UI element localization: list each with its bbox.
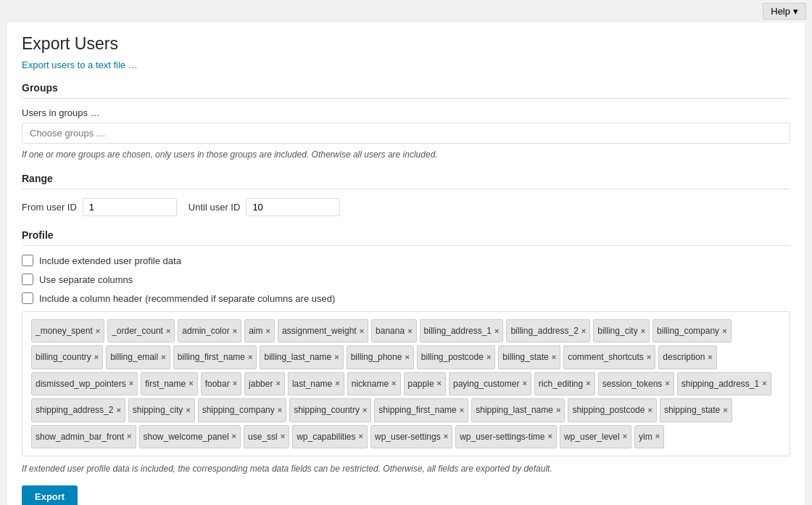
tag-remove-icon[interactable]: × — [581, 327, 586, 335]
bottom-note: If extended user profile data is include… — [22, 464, 790, 474]
tag-remove-icon[interactable]: × — [762, 379, 766, 387]
list-item: _order_count× — [107, 319, 175, 342]
help-button[interactable]: Help ▾ — [763, 3, 806, 20]
tag-label: _money_spent — [36, 321, 93, 340]
export-button[interactable]: Export — [22, 485, 78, 505]
list-item: wp_user-settings× — [370, 425, 452, 448]
tag-remove-icon[interactable]: × — [362, 406, 367, 414]
tag-label: billing_city — [597, 321, 637, 340]
tag-remove-icon[interactable]: × — [647, 353, 651, 361]
tag-remove-icon[interactable]: × — [655, 432, 660, 440]
tag-remove-icon[interactable]: × — [437, 379, 442, 387]
tag-label: billing_address_2 — [510, 321, 578, 340]
tag-remove-icon[interactable]: × — [233, 379, 237, 387]
main-content: Export Users Export users to a text file… — [7, 22, 805, 505]
tag-label: shipping_city — [133, 401, 183, 419]
tag-remove-icon[interactable]: × — [723, 406, 727, 414]
tag-remove-icon[interactable]: × — [116, 406, 120, 414]
tag-remove-icon[interactable]: × — [708, 353, 712, 361]
list-item: billing_postcode× — [417, 345, 496, 369]
checkbox-row-1: Include extended user profile data — [22, 255, 790, 266]
list-item: billing_country× — [31, 345, 103, 369]
tag-label: wp_user-settings — [375, 427, 441, 446]
tag-remove-icon[interactable]: × — [548, 432, 552, 440]
tag-label: shipping_state — [664, 401, 720, 419]
tags-container: _money_spent×_order_count×admin_color×ai… — [22, 311, 790, 456]
tag-label: billing_state — [502, 348, 548, 366]
list-item: show_admin_bar_front× — [31, 425, 136, 448]
tag-remove-icon[interactable]: × — [96, 327, 100, 335]
list-item: billing_company× — [652, 319, 732, 342]
help-arrow: ▾ — [793, 6, 798, 17]
tag-remove-icon[interactable]: × — [127, 432, 131, 440]
tag-label: papple — [408, 374, 434, 393]
tag-label: nickname — [352, 374, 389, 393]
list-item: _money_spent× — [31, 319, 104, 342]
list-item: shipping_first_name× — [374, 398, 468, 422]
until-user-id-input[interactable] — [246, 198, 340, 216]
tag-remove-icon[interactable]: × — [494, 327, 499, 335]
until-user-id-label: Until user ID — [188, 202, 241, 213]
tag-remove-icon[interactable]: × — [359, 432, 363, 440]
list-item: yim× — [634, 425, 664, 448]
tag-remove-icon[interactable]: × — [522, 379, 526, 387]
range-heading: Range — [22, 173, 790, 189]
groups-input[interactable] — [22, 123, 790, 144]
profile-section: Profile Include extended user profile da… — [22, 229, 790, 505]
list-item: use_ssl× — [244, 425, 289, 448]
tag-remove-icon[interactable]: × — [232, 432, 236, 440]
tag-remove-icon[interactable]: × — [233, 327, 237, 335]
checkbox-row-2: Use separate columns — [22, 274, 790, 285]
tag-remove-icon[interactable]: × — [161, 353, 165, 361]
range-section: Range From user ID Until user ID — [22, 173, 790, 216]
list-item: billing_city× — [593, 319, 650, 342]
tag-remove-icon[interactable]: × — [623, 432, 627, 440]
tag-remove-icon[interactable]: × — [722, 327, 726, 335]
extended-profile-label: Include extended user profile data — [39, 255, 181, 266]
list-item: shipping_country× — [289, 398, 371, 422]
tag-remove-icon[interactable]: × — [647, 406, 652, 414]
tag-remove-icon[interactable]: × — [556, 406, 560, 414]
tag-label: paying_customer — [453, 374, 519, 393]
tag-remove-icon[interactable]: × — [334, 353, 339, 361]
extended-profile-checkbox[interactable] — [22, 255, 33, 266]
tag-remove-icon[interactable]: × — [94, 353, 99, 361]
tag-label: wp_capabilities — [297, 427, 355, 446]
list-item: aim× — [244, 319, 275, 342]
tag-remove-icon[interactable]: × — [186, 406, 190, 414]
tag-remove-icon[interactable]: × — [444, 432, 448, 440]
tag-remove-icon[interactable]: × — [248, 353, 252, 361]
tag-remove-icon[interactable]: × — [335, 379, 339, 387]
tag-remove-icon[interactable]: × — [407, 327, 412, 335]
tag-remove-icon[interactable]: × — [278, 406, 282, 414]
tag-remove-icon[interactable]: × — [665, 379, 669, 387]
groups-note: If one or more groups are chosen, only u… — [22, 149, 790, 160]
tag-remove-icon[interactable]: × — [360, 327, 364, 335]
tag-remove-icon[interactable]: × — [460, 406, 464, 414]
tag-remove-icon[interactable]: × — [188, 379, 193, 387]
tag-remove-icon[interactable]: × — [265, 327, 270, 335]
tag-label: admin_color — [182, 321, 229, 340]
tag-remove-icon[interactable]: × — [129, 379, 133, 387]
tag-remove-icon[interactable]: × — [281, 432, 285, 440]
list-item: rich_editing× — [534, 372, 595, 395]
tag-label: _order_count — [112, 321, 163, 340]
tag-remove-icon[interactable]: × — [641, 327, 645, 335]
tag-remove-icon[interactable]: × — [586, 379, 590, 387]
column-header-checkbox[interactable] — [22, 292, 33, 304]
tag-label: shipping_country — [294, 401, 360, 419]
list-item: admin_color× — [178, 319, 241, 342]
tag-remove-icon[interactable]: × — [392, 379, 396, 387]
tag-remove-icon[interactable]: × — [552, 353, 556, 361]
tag-remove-icon[interactable]: × — [405, 353, 409, 361]
from-user-id-label: From user ID — [22, 202, 77, 213]
tag-remove-icon[interactable]: × — [486, 353, 491, 361]
from-user-id-input[interactable] — [83, 198, 177, 216]
list-item: shipping_company× — [198, 398, 287, 422]
tag-label: shipping_company — [202, 401, 275, 419]
tag-label: billing_postcode — [421, 348, 484, 366]
tag-remove-icon[interactable]: × — [276, 379, 280, 387]
tag-label: billing_last_name — [264, 348, 331, 366]
tag-remove-icon[interactable]: × — [166, 327, 170, 335]
separate-columns-checkbox[interactable] — [22, 274, 33, 285]
